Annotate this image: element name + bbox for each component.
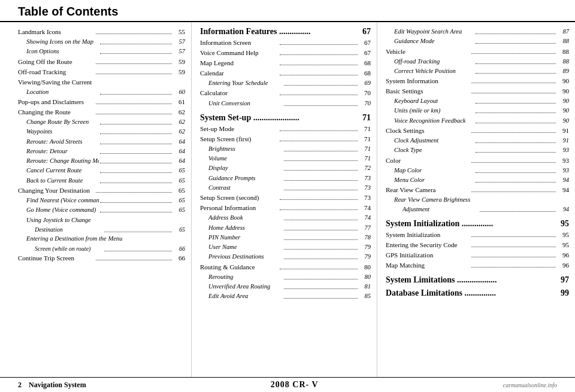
- list-item: Rerouting80: [200, 272, 371, 282]
- footer-left: 2 Navigation System: [18, 381, 86, 390]
- list-item: Clock Adjustment91: [386, 136, 569, 145]
- list-item: Continue Trip Screen66: [18, 253, 185, 263]
- list-item: Landmark Icons55: [18, 27, 185, 37]
- list-item: Change Route By Screen62: [18, 117, 185, 127]
- list-item: Reroute: Change Routing Method64: [18, 156, 185, 166]
- list-item: Adjustment94: [386, 205, 569, 214]
- list-item: Setup Screen (first)71: [200, 134, 371, 144]
- section-header-database: Database Limitations ............... 99: [386, 288, 569, 298]
- list-item: Destination65: [18, 225, 185, 235]
- footer-page-number: 2: [18, 381, 22, 389]
- list-item: User Name79: [200, 242, 371, 252]
- page-container: Table of Contents Landmark Icons55Showin…: [0, 0, 575, 392]
- list-item: Off-road Tracking88: [386, 57, 569, 66]
- middle-toc-list: Information Features ............... 67I…: [200, 27, 371, 301]
- list-item: Unit Conversion70: [200, 99, 371, 108]
- list-item: Entering the Security Code95: [386, 240, 569, 250]
- page-header: Table of Contents: [0, 0, 575, 22]
- list-item: Go Home (Voice command)65: [18, 205, 185, 215]
- list-item: Icon Options57: [18, 47, 185, 56]
- page-title: Table of Contents: [18, 5, 557, 19]
- list-item: Information Screen67: [200, 38, 371, 48]
- list-item: Guidance Prompts73: [200, 174, 371, 183]
- list-item: Map Legend68: [200, 58, 371, 68]
- list-item: PIN Number78: [200, 233, 371, 242]
- footer-center: 2008 CR- V: [271, 380, 319, 390]
- list-item: Rear View Camera Brightness: [386, 195, 569, 205]
- list-item: Menu Color94: [386, 175, 569, 185]
- list-item: System Initialization95: [386, 230, 569, 240]
- list-item: Voice Recognition Feedback90: [386, 116, 569, 126]
- list-item: System Information90: [386, 76, 569, 86]
- list-item: Units (mile or km)90: [386, 106, 569, 116]
- list-item: Calendar68: [200, 68, 371, 78]
- list-item: Rear View Camera94: [386, 185, 569, 195]
- list-item: Map Color93: [386, 166, 569, 175]
- list-item: Going Off the Route59: [18, 57, 185, 67]
- list-item: Entering a Destination from the Menu: [18, 234, 185, 244]
- section-header-information: Information Features ............... 67: [200, 27, 371, 37]
- list-item: Setup Screen (second)73: [200, 193, 371, 203]
- list-item: Home Address77: [200, 223, 371, 233]
- list-item: Calculator70: [200, 88, 371, 98]
- list-item: Voice Command Help67: [200, 48, 371, 58]
- list-item: Using Joystick to Change: [18, 215, 185, 225]
- section-header-setup: System Set-up ...................... 71: [200, 113, 371, 123]
- list-item: Changing the Route62: [18, 107, 185, 117]
- list-item: Routing & Guidance80: [200, 262, 371, 272]
- list-item: Clock Type93: [386, 145, 569, 155]
- list-item: Reroute: Avoid Streets64: [18, 137, 185, 147]
- list-item: Display72: [200, 163, 371, 173]
- right-column: Edit Waypoint Search Area87Guidance Mode…: [377, 22, 575, 377]
- list-item: Pop-ups and Disclaimers61: [18, 97, 185, 107]
- footer-watermark: carmanualsonline.info: [503, 382, 557, 388]
- footer-section: Navigation System: [29, 381, 86, 389]
- list-item: Edit Avoid Area85: [200, 291, 371, 301]
- section-header-limitations: System Limitations ................... 9…: [386, 275, 569, 285]
- list-item: Color93: [386, 156, 569, 166]
- list-item: Off-road Tracking59: [18, 67, 185, 77]
- content-area: Landmark Icons55Showing Icons on the Map…: [0, 22, 575, 377]
- list-item: Reroute: Detour64: [18, 147, 185, 156]
- list-item: Previous Destinations79: [200, 252, 371, 262]
- list-item: Showing Icons on the Map57: [18, 37, 185, 47]
- list-item: Volume71: [200, 154, 371, 163]
- list-item: Address Book74: [200, 213, 371, 223]
- list-item: Waypoints62: [18, 127, 185, 136]
- list-item: Cancel Current Route65: [18, 166, 185, 175]
- middle-column: Information Features ............... 67I…: [192, 22, 377, 377]
- list-item: Clock Settings91: [386, 126, 569, 136]
- list-item: Vehicle88: [386, 47, 569, 57]
- list-item: Correct Vehicle Position89: [386, 66, 569, 76]
- list-item: Entering Your Schedule69: [200, 78, 371, 88]
- list-item: GPS Initialization96: [386, 250, 569, 260]
- left-toc-list: Landmark Icons55Showing Icons on the Map…: [18, 27, 185, 263]
- list-item: Back to Current Route65: [18, 176, 185, 186]
- list-item: Map Matching96: [386, 260, 569, 271]
- right-toc-list: Edit Waypoint Search Area87Guidance Mode…: [386, 27, 569, 298]
- list-item: Basic Settings90: [386, 86, 569, 96]
- list-item: Guidance Mode88: [386, 37, 569, 46]
- list-item: Contrast73: [200, 183, 371, 193]
- list-item: Screen (while on route)66: [18, 244, 185, 254]
- list-item: Set-up Mode71: [200, 124, 371, 134]
- list-item: Find Nearest (Voice command)65: [18, 196, 185, 205]
- list-item: Changing Your Destination65: [18, 186, 185, 196]
- list-item: Personal Information74: [200, 203, 371, 213]
- section-header-initialization: System Initialization ............... 95: [386, 219, 569, 229]
- list-item: Keyboard Layout90: [386, 96, 569, 106]
- page-footer: 2 Navigation System 2008 CR- V carmanual…: [0, 377, 575, 392]
- list-item: Edit Waypoint Search Area87: [386, 27, 569, 37]
- list-item: Viewing/Saving the Current: [18, 77, 185, 87]
- list-item: Unverified Area Routing81: [200, 282, 371, 291]
- left-column: Landmark Icons55Showing Icons on the Map…: [0, 22, 192, 377]
- list-item: Brightness71: [200, 144, 371, 154]
- list-item: Location60: [18, 87, 185, 97]
